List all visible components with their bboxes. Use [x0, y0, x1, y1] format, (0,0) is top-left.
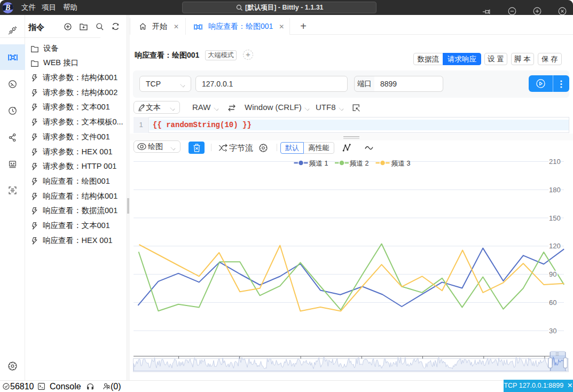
- svg-text:频道 1: 频道 1: [309, 160, 328, 167]
- svg-text:120: 120: [549, 242, 561, 250]
- svg-text:频道 2: 频道 2: [349, 160, 368, 167]
- svg-text:90: 90: [549, 270, 556, 278]
- svg-text:150: 150: [549, 214, 561, 222]
- svg-text:60: 60: [549, 299, 556, 307]
- svg-text:210: 210: [549, 158, 561, 166]
- svg-text:180: 180: [549, 186, 561, 194]
- svg-text:频道 3: 频道 3: [391, 160, 410, 167]
- svg-text:30: 30: [549, 327, 556, 335]
